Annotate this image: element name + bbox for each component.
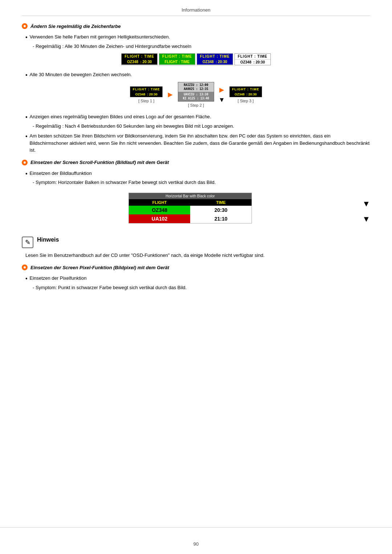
hbar-container: Horizontal Bar with Black color FLIGHT T… (22, 189, 370, 229)
step2-label: [ Step 2 ] (178, 103, 214, 107)
bullet-text-3-1: Einsetzen der Pixelfunktion (30, 275, 87, 282)
section3-heading-text: Einsetzen der Screen Pixel-Funktion (Bil… (30, 265, 169, 270)
bullet-text-4: Am besten schützen Sie Ihren Bildschirm … (30, 132, 370, 154)
step-diagram: FLIGHT : TIME OZ348 : 20:30 [ Step 1 ] ►… (130, 82, 262, 108)
step-1: FLIGHT : TIME OZ348 : 20:30 [ Step 1 ] (130, 86, 163, 103)
hbar-header-text: Horizontal Bar with Black color (166, 194, 215, 198)
page-number: 90 (0, 538, 392, 547)
header-title: Informationen (181, 7, 211, 13)
hbar-row2-col2: 21:10 (190, 214, 252, 223)
section2-heading-text: Einsetzen der Screen Scroll-Funktion (Bi… (30, 160, 169, 165)
hinweis-section: ✎ Hinweis (22, 237, 370, 248)
sub-item-1: - Regelmäßig : Alle 30 Minuten die Zeich… (22, 43, 370, 50)
orange-bullet-3-icon (22, 264, 28, 270)
hbar-col2-title: TIME (190, 199, 252, 206)
bullet-dot-1: • (25, 34, 28, 40)
step2-bottom: UAVIIU : 13:30KI A125 : 13:40 (178, 92, 214, 101)
color-block-3: FLIGHT : TIME OZ348 : 20:30 (197, 53, 233, 65)
step-2: RAIZIU : 12:00AA0025 : 12:35 UAVIIU : 13… (178, 82, 214, 108)
bullet-item-3: • Anzeigen eines regelmäßig bewegten Bil… (22, 113, 370, 120)
page-wrapper: Informationen Ändern Sie regelmäßig die … (0, 0, 392, 554)
hinweis-content: Hinweis (37, 237, 59, 243)
section2-heading: Einsetzen der Screen Scroll-Funktion (Bi… (22, 160, 370, 165)
color-block-2-top: FLIGHT : TIME (159, 54, 195, 59)
down-arrow-1: ▼ (362, 200, 370, 208)
step-box-1: FLIGHT : TIME OZ348 : 20:30 (130, 86, 163, 97)
hbar-header-row: Horizontal Bar with Black color (129, 193, 252, 199)
color-block-2-bottom: FLIGHT : TIME (159, 59, 195, 65)
color-block-3-top: FLIGHT : TIME (197, 54, 233, 59)
step1-label: [ Step 1 ] (130, 99, 163, 103)
color-blocks-row: FLIGHT : TIME OZ348 : 20:30 FLIGHT : TIM… (121, 53, 271, 65)
bullet-item-2: • Alle 30 Minuten die bewegten Zeichen w… (22, 71, 370, 78)
step-box-2: RAIZIU : 12:00AA0025 : 12:35 UAVIIU : 13… (178, 82, 214, 102)
down-arrow-2: ▼ (362, 215, 370, 223)
step3-bottom: OZ348 : 20:30 (230, 92, 262, 97)
bullet-text-2-1: Einsetzen der Bildlauffunktion (30, 170, 92, 177)
hbar-data-row-2: UA102 21:10 (129, 214, 252, 223)
bullet-text-3: Anzeigen eines regelmäßig bewegten Bilde… (30, 113, 211, 120)
step-3: FLIGHT : TIME OZ348 : 20:30 [ Step 3 ] (229, 86, 262, 103)
pencil-icon: ✎ (25, 238, 30, 246)
sub-item-3: - Regelmäßig : Nach 4 Betriebsstunden 60… (22, 123, 370, 130)
color-block-4-top: FLIGHT : TIME (235, 54, 270, 59)
arrow-2: ► (218, 85, 226, 95)
arrow-1: ► (166, 90, 174, 99)
step1-bottom: OZ348 : 20:30 (130, 92, 162, 97)
bullet-dot-4: • (25, 134, 28, 139)
sub-text-3-1: - Symptom: Punkt in schwarzer Farbe bewe… (33, 285, 187, 290)
color-block-1-bottom: OZ348 : 20:30 (122, 59, 157, 65)
section1-heading: Ändern Sie regelmäßig die Zeichenfarbe (22, 23, 370, 29)
sub-text-1: - Regelmäßig : Alle 30 Minuten die Zeich… (33, 44, 191, 49)
step1-top: FLIGHT : TIME (130, 87, 162, 92)
bullet-dot-3-1: • (25, 276, 28, 282)
sub-text-3: - Regelmäßig : Nach 4 Betriebsstunden 60… (33, 123, 234, 129)
sub-item-3-1: - Symptom: Punkt in schwarzer Farbe bewe… (22, 284, 370, 291)
down-arrow: ▼ (219, 96, 225, 104)
bullet-item-1: • Verwenden Sie helle Farben mit geringe… (22, 33, 370, 41)
arrow-group: ► ▼ (218, 85, 226, 104)
hbar-diagram: Horizontal Bar with Black color FLIGHT T… (128, 193, 252, 223)
hinweis-text: Lesen Sie im Benutzerhandbuch auf der CD… (22, 252, 370, 259)
orange-bullet-icon (22, 23, 28, 29)
bullet-dot-2-1: • (25, 171, 28, 177)
bullet-item-4: • Am besten schützen Sie Ihren Bildschir… (22, 132, 370, 154)
hinweis-title: Hinweis (37, 237, 59, 243)
bullet-item-3-1: • Einsetzen der Pixelfunktion (22, 275, 370, 282)
step-box-3: FLIGHT : TIME OZ348 : 20:30 (229, 86, 262, 97)
hbar-row1-col1: OZ348 (129, 206, 190, 214)
bullet-text-2: Alle 30 Minuten die bewegten Zeichen wec… (30, 71, 132, 78)
color-block-4-bottom: OZ348 : 20:30 (235, 59, 270, 65)
footer: 90 (0, 527, 392, 547)
hbar-row2-col1: UA102 (129, 214, 190, 223)
bullet-text-1: Verwenden Sie helle Farben mit geringen … (30, 33, 170, 41)
section1-heading-text: Ändern Sie regelmäßig die Zeichenfarbe (30, 24, 121, 29)
right-arrows: ▼ ▼ (362, 189, 370, 223)
hbar-data-row-1: OZ348 20:30 (129, 206, 252, 214)
orange-bullet-2-icon (22, 160, 28, 165)
sub-text-2-1: - Symptom: Horizontaler Balken in schwar… (33, 180, 216, 185)
hbar-row1-col2: 20:30 (190, 206, 252, 214)
step3-label: [ Step 3 ] (229, 99, 262, 103)
bullet-dot-2: • (25, 72, 28, 78)
hbar-title-row: FLIGHT TIME (129, 199, 252, 206)
page-header: Informationen (22, 7, 370, 16)
color-block-2: FLIGHT : TIME FLIGHT : TIME (159, 53, 195, 65)
hinweis-icon: ✎ (22, 237, 33, 248)
section3-heading: Einsetzen der Screen Pixel-Funktion (Bil… (22, 264, 370, 270)
hbar-col1-title: FLIGHT (129, 199, 190, 206)
step3-top: FLIGHT : TIME (230, 87, 262, 92)
step2-top: RAIZIU : 12:00AA0025 : 12:35 (178, 82, 214, 92)
color-block-4: FLIGHT : TIME OZ348 : 20:30 (234, 53, 271, 65)
color-block-1: FLIGHT : TIME OZ348 : 20:30 (121, 53, 158, 65)
color-block-1-top: FLIGHT : TIME (122, 54, 157, 59)
bullet-item-2-1: • Einsetzen der Bildlauffunktion (22, 170, 370, 177)
bullet-dot-3: • (25, 114, 28, 120)
sub-item-2-1: - Symptom: Horizontaler Balken in schwar… (22, 179, 370, 186)
color-block-3-bottom: OZ348 : 20:30 (197, 59, 233, 65)
